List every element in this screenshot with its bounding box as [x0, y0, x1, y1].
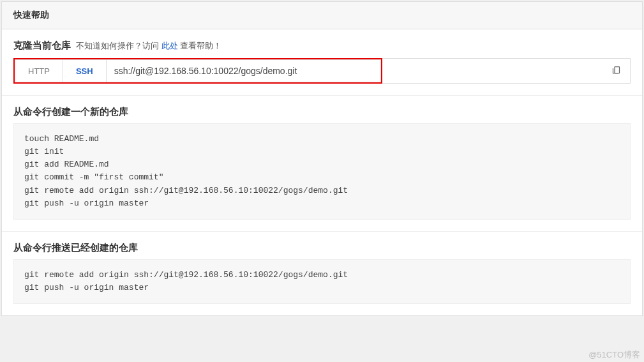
clone-highlight-box: HTTP SSH ssh://git@192.168.56.10:10022/g… — [13, 58, 382, 84]
clone-url-field[interactable]: ssh://git@192.168.56.10:10022/gogs/demo.… — [107, 59, 381, 82]
quick-help-panel: 快速帮助 克隆当前仓库 不知道如何操作？访问 此处 查看帮助！ HTTP SSH… — [1, 1, 643, 316]
clone-title: 克隆当前仓库 — [13, 40, 71, 50]
watermark: @51CTO博客 — [588, 349, 640, 361]
create-repo-title: 从命令行创建一个新的仓库 — [13, 106, 128, 117]
clone-heading-row: 克隆当前仓库 不知道如何操作？访问 此处 查看帮助！ — [13, 40, 631, 52]
clone-sub-suffix: 查看帮助！ — [178, 41, 222, 50]
copy-url-button[interactable] — [603, 58, 631, 84]
clone-section: 克隆当前仓库 不知道如何操作？访问 此处 查看帮助！ HTTP SSH ssh:… — [2, 29, 642, 95]
panel-title: 快速帮助 — [13, 10, 49, 20]
push-repo-title: 从命令行推送已经创建的仓库 — [13, 242, 138, 253]
clone-url-spacer — [382, 58, 603, 84]
clipboard-icon — [611, 65, 621, 77]
clone-subtitle: 不知道如何操作？访问 此处 查看帮助！ — [76, 41, 221, 50]
help-link[interactable]: 此处 — [161, 41, 178, 50]
svg-rect-0 — [615, 67, 620, 73]
tab-http[interactable]: HTTP — [15, 59, 63, 82]
push-repo-code[interactable]: git remote add origin ssh://git@192.168.… — [13, 259, 631, 304]
push-repo-section: 从命令行推送已经创建的仓库 git remote add origin ssh:… — [2, 232, 642, 315]
tab-ssh[interactable]: SSH — [63, 59, 107, 82]
create-repo-code[interactable]: touch README.md git init git add README.… — [13, 123, 631, 220]
panel-header: 快速帮助 — [2, 2, 642, 29]
create-repo-section: 从命令行创建一个新的仓库 touch README.md git init gi… — [2, 96, 642, 231]
clone-url-row: HTTP SSH ssh://git@192.168.56.10:10022/g… — [13, 58, 631, 84]
clone-sub-prefix: 不知道如何操作？访问 — [76, 41, 161, 50]
